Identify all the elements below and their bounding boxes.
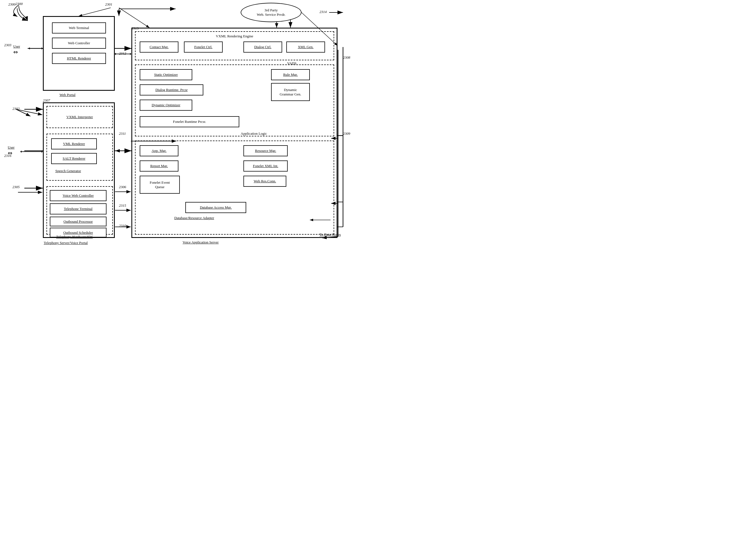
salt-renderer-box: SALT Renderer	[51, 153, 97, 164]
ref-2315: 2315	[119, 203, 126, 208]
svg-line-26	[79, 8, 111, 16]
to-data-stores-label: To Data Stores	[319, 232, 341, 237]
static-optimizer-box: Static Optimizer	[140, 69, 192, 80]
vas-container: VXML Rendering Engine Contact Mgr. Dialo…	[131, 28, 337, 238]
ref-2309: 2309	[343, 131, 350, 136]
user-label-1: User ⇔	[13, 44, 20, 55]
svg-marker-40	[20, 151, 22, 153]
ref-2301: 2301	[105, 2, 112, 7]
web-controller-box: Web Controller	[52, 38, 106, 49]
dynamic-grammar-gen-box: Dynamic Grammar Gen.	[271, 83, 310, 101]
ref-2311: 2311	[119, 131, 126, 136]
report-mgr-box: Report Mgr.	[140, 160, 178, 172]
dialog-ctrl-box: Dialog Ctrl.	[243, 42, 282, 53]
database-resource-adapter-label: Database/Resource Adapter	[174, 216, 214, 220]
fonelet-runtime-box: Fonelet Runtime Prcsr.	[140, 116, 239, 127]
ref-2313: 2313	[131, 26, 139, 31]
web-portal-container: Web Terminal Web Controller HTML Rendere…	[43, 16, 115, 91]
svg-text:2300: 2300	[15, 2, 23, 6]
speech-generator-container: VML Renderer SALT Renderer Speech Genera…	[46, 134, 113, 181]
svg-marker-30	[28, 47, 30, 50]
telephony-server-label: Telephony Server/Voice Portal	[44, 241, 88, 245]
svg-line-35	[16, 109, 42, 115]
ref-2312: 2312	[119, 51, 126, 56]
arrow-2300: 2300	[8, 2, 30, 19]
dynamic-optimizer-box: Dynamic Optimizer	[140, 100, 192, 111]
ref-2307: 2307	[43, 98, 50, 103]
fonelet-ctrl-box: Fonelet Ctrl.	[184, 42, 223, 53]
web-terminal-box: Web Terminal	[52, 22, 106, 33]
telephony-hw-sw-label: Telephony Hardware/SW	[56, 235, 93, 239]
ref-2310: 2310	[119, 224, 126, 228]
telephony-hw-container: Voice Web Controller Telephone Terminal …	[46, 186, 113, 235]
outbound-processor-box: Outbound Processor	[50, 217, 106, 226]
dialog-runtime-box: Dialog Runtime. Prcsr	[140, 84, 203, 95]
app-logic-label: Application Logic	[241, 131, 267, 136]
vxml-rendering-engine-label: VXML Rendering Engine	[216, 34, 253, 38]
app-mgr-box: App. Mgr.	[140, 145, 178, 156]
database-access-mgr-box: Database Access Mgr.	[185, 202, 246, 213]
contact-mgr-box: Contact Mgr.	[140, 42, 178, 53]
ref-2308: 2308	[343, 55, 350, 60]
web-res-conn-box: Web Res.Conn.	[243, 176, 286, 187]
rule-mgr-box: Rule Mgr.	[271, 69, 310, 80]
telephony-server-container: VXML Interpreter VML Renderer SALT Rende…	[43, 102, 115, 238]
vml-renderer-box: VML Renderer	[51, 138, 97, 149]
vxml-rendering-engine-container: VXML Rendering Engine Contact Mgr. Dialo…	[135, 31, 334, 60]
voice-web-controller-box: Voice Web Controller	[50, 190, 106, 201]
application-logic-container: Static Optimizer Rule Mgr. Dialog Runtim…	[135, 64, 334, 136]
vxml-interpreter-container: VXML Interpreter	[46, 106, 113, 128]
web-portal-label: Web Portal	[59, 93, 76, 97]
ref-2302: 2302	[12, 107, 20, 111]
speech-generator-label: Speech Generator	[55, 169, 81, 173]
fonelet-xml-int-box: Fonelet XML Int.	[243, 160, 288, 172]
html-renderer-box: HTML Renderer	[52, 53, 106, 64]
fonelet-event-queue-box: Fonelet Event Queue	[140, 176, 180, 194]
ref-2306: 2306	[119, 185, 126, 189]
third-party-box: 3rd Party Web. Service Prvdr.	[241, 3, 302, 22]
resource-mgr-box: Resource Mgr.	[243, 145, 288, 156]
diagram: 2300 2300 3rd Party Web. Service Prvdr. …	[0, 0, 378, 271]
ref-2305: 2305	[12, 185, 20, 189]
ref-2303: 2303	[4, 43, 11, 47]
ref-2316: 2316	[4, 154, 11, 158]
xml-gen-box: XML Gen.	[286, 42, 325, 53]
telephone-terminal-box: Telephone Terminal	[50, 203, 106, 214]
voice-app-server-label: Voice Application Server	[183, 240, 219, 245]
svg-line-27	[119, 8, 149, 28]
database-container: App. Mgr. Resource Mgr. Report Mgr. Fone…	[135, 141, 334, 235]
ref-2314: 2314	[319, 10, 327, 14]
